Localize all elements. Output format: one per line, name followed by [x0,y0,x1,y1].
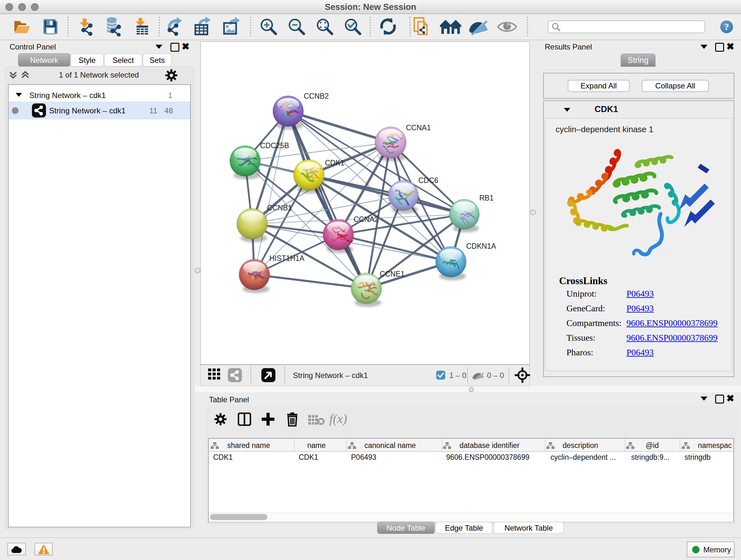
svg-text:CCNA2: CCNA2 [354,215,379,224]
svg-text:RB1: RB1 [479,194,494,202]
svg-text:CDKN1A: CDKN1A [466,242,496,250]
svg-text:CCNA1: CCNA1 [406,124,431,132]
svg-text:CDC6: CDC6 [418,176,439,185]
svg-text:HIST1H1A: HIST1H1A [269,254,305,262]
svg-text:CDC25B: CDC25B [260,141,289,150]
svg-text:CCNB1: CCNB1 [267,204,292,212]
svg-text:?: ? [724,21,729,32]
svg-text:CDK1: CDK1 [325,159,344,167]
svg-text:CCNB2: CCNB2 [304,92,329,100]
svg-text:CCNE1: CCNE1 [380,270,405,278]
